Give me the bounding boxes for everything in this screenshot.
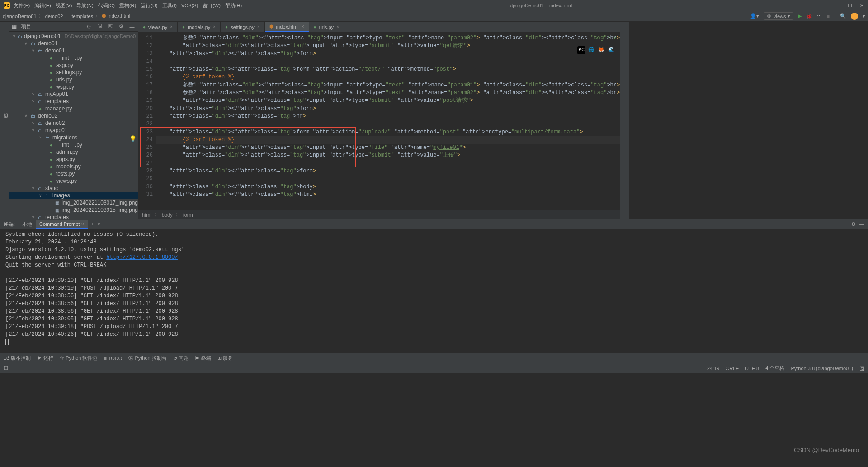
tree-item[interactable]: ●__init__.py (9, 141, 138, 148)
menu-item[interactable]: 编辑(E) (34, 3, 51, 8)
terminal-tab[interactable]: 本地 (19, 220, 36, 228)
close-tab-icon[interactable]: × (336, 24, 339, 29)
bottom-tool-item[interactable]: ⊘ 问题 (173, 355, 189, 362)
menu-item[interactable]: 帮助(H) (225, 3, 242, 8)
gear-icon[interactable]: ⚙ (118, 24, 124, 30)
editor-crumb[interactable]: form (183, 212, 193, 218)
tree-item[interactable]: >🗀migrations (9, 134, 138, 141)
chrome-icon[interactable]: 🌐 (587, 46, 595, 54)
tree-item[interactable]: >🗀demo02 (9, 119, 138, 127)
editor-crumb[interactable]: html (142, 212, 151, 218)
tree-item[interactable]: ∨🗀images (9, 192, 138, 199)
tree-item[interactable]: ●settings.py (9, 69, 138, 76)
status-left[interactable]: ☐ (4, 365, 8, 371)
search-icon[interactable]: 🔍 (840, 13, 846, 19)
expand-icon[interactable]: ⇲ (96, 24, 103, 30)
menu-item[interactable]: VCS(S) (181, 3, 198, 8)
status-item[interactable]: UTF-8 (745, 366, 759, 371)
tree-item[interactable]: ●views.py (9, 177, 138, 185)
more-run-button[interactable]: ⋯ (817, 13, 822, 19)
tree-item[interactable]: ●manage.py (9, 105, 138, 112)
status-item[interactable]: Python 3.8 (djangoDemo01) (791, 366, 853, 371)
status-item[interactable]: 4 个空格 (765, 365, 784, 372)
project-tree[interactable]: ∨🗀djangoDemo01D:\Desktop\digital\djangoD… (9, 32, 138, 219)
user-icon[interactable]: 👤▾ (750, 13, 759, 19)
bottom-tool-item[interactable]: ▶ 运行 (37, 355, 53, 362)
tree-item[interactable]: ●__init__.py (9, 54, 138, 62)
maximize-button[interactable]: ☐ (847, 3, 853, 9)
editor-tab[interactable]: ●settings.py× (221, 22, 264, 32)
tree-item[interactable]: ∨🗀myapp01 (9, 127, 138, 134)
menu-item[interactable]: 代码(C) (98, 3, 115, 8)
firefox-icon[interactable]: 🦊 (597, 46, 605, 54)
tree-item[interactable]: ●models.py (9, 163, 138, 170)
tree-item[interactable]: ●apps.py (9, 156, 138, 163)
tree-item[interactable]: ▦img_20240221103017_img.png (9, 199, 138, 206)
menu-item[interactable]: 工具(I) (162, 3, 177, 8)
editor-crumb[interactable]: body (162, 212, 173, 218)
editor-tab[interactable]: ●urls.py× (309, 22, 344, 32)
crumb-segment[interactable]: djangoDemo01 (3, 14, 37, 19)
intention-bulb-icon[interactable]: 💡 (129, 135, 137, 143)
terminal-hide-icon[interactable]: — (859, 221, 864, 227)
minimize-button[interactable]: — (835, 3, 841, 9)
builtin-preview-icon[interactable]: PC (577, 46, 585, 54)
crumb-segment[interactable]: demo02 (45, 14, 63, 19)
crumb-segment[interactable]: ⬢ index.html (102, 13, 130, 19)
tree-item[interactable]: ∨🗀demo01 (9, 47, 138, 54)
status-item[interactable]: CRLF (726, 366, 739, 371)
menu-item[interactable]: 视图(V) (56, 3, 72, 8)
bottom-tool-item[interactable]: ⊞ 服务 (217, 355, 233, 362)
editor-tab[interactable]: ●views.py× (138, 22, 178, 32)
bottom-tool-item[interactable]: ⓟ Python 控制台 (128, 355, 166, 362)
avatar[interactable] (851, 13, 858, 20)
menu-item[interactable]: 窗口(W) (203, 3, 221, 8)
code-content[interactable]: 参数2:"attr">class="dlm"><"attr">class="ta… (156, 33, 620, 210)
tree-item[interactable]: ●asgi.py (9, 62, 138, 69)
tree-item[interactable]: ●tests.py (9, 170, 138, 177)
tree-item[interactable]: ∨🗀djangoDemo01D:\Desktop\digital\djangoD… (9, 33, 138, 40)
tree-item[interactable]: ●admin.py (9, 148, 138, 156)
settings-dropdown-icon[interactable]: ▾ (863, 13, 865, 19)
terminal-gear-icon[interactable]: ⚙ (851, 221, 856, 227)
crumb-segment[interactable]: templates (71, 14, 93, 19)
new-terminal-tab-icon[interactable]: + (91, 221, 94, 227)
hide-icon[interactable]: — (129, 24, 135, 30)
status-item[interactable]: ⚿ (859, 366, 864, 371)
close-tab-icon[interactable]: × (170, 24, 173, 29)
terminal-dropdown-icon[interactable]: ▾ (98, 221, 100, 227)
run-button[interactable]: ▶ (798, 13, 802, 19)
tree-item[interactable]: ∨🗀demo02 (9, 112, 138, 119)
stop-button[interactable]: ■ (826, 14, 830, 19)
bottom-tool-item[interactable]: ▣ 终端 (195, 355, 211, 362)
terminal-tab[interactable]: Command Prompt × (36, 220, 88, 229)
close-tab-icon[interactable]: × (302, 24, 304, 29)
menu-item[interactable]: 文件(F) (14, 3, 30, 8)
left-tool-strip[interactable]: 项目 (0, 22, 9, 219)
right-tool-strip[interactable] (620, 22, 629, 219)
bottom-tool-item[interactable]: ≡ TODO (104, 356, 122, 361)
close-button[interactable]: ✕ (859, 3, 864, 9)
menu-item[interactable]: 运行(U) (141, 3, 157, 8)
run-config-selector[interactable]: 👁 views ▾ (764, 12, 794, 20)
menu-item[interactable]: 重构(R) (119, 3, 136, 8)
select-opened-icon[interactable]: ⊙ (85, 24, 92, 30)
tree-item[interactable]: ∨🗀templates (9, 214, 138, 219)
menu-item[interactable]: 导航(N) (76, 3, 93, 8)
code-editor[interactable]: 1112131415161718192021222324252627282930… (138, 33, 620, 210)
terminal-output[interactable]: System check identified no issues (0 sil… (0, 229, 868, 353)
status-item[interactable]: 24:19 (707, 366, 720, 371)
editor-tab[interactable]: ●models.py× (178, 22, 221, 32)
tree-item[interactable]: ●urls.py (9, 76, 138, 83)
close-tab-icon[interactable]: × (213, 24, 216, 29)
edge-icon[interactable]: 🌊 (607, 46, 615, 54)
breadcrumb[interactable]: djangoDemo01〉demo02〉templates〉⬢ index.ht… (3, 13, 130, 19)
project-tool-icon[interactable]: ▦ (12, 24, 17, 30)
editor-breadcrumb[interactable]: html〉body〉form (138, 210, 620, 219)
tree-item[interactable]: >🗀myApp01 (9, 91, 138, 98)
tree-item[interactable]: ∨🗀demo01 (9, 40, 138, 47)
bottom-tool-item[interactable]: ☆ Python 软件包 (60, 355, 97, 362)
editor-tab[interactable]: ⬢index.html× (265, 22, 309, 32)
debug-button[interactable]: 🐞 (806, 13, 812, 19)
bottom-tool-item[interactable]: ⎇ 版本控制 (4, 355, 31, 362)
